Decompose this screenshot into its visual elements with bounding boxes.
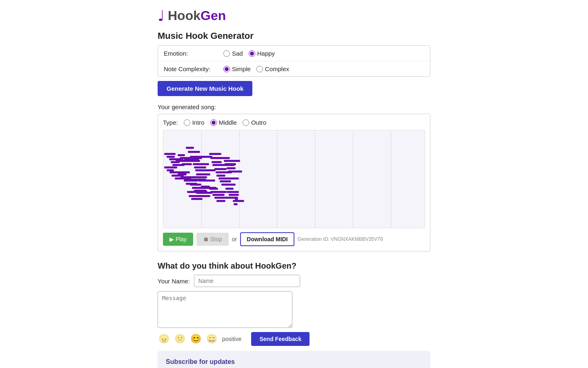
controls-row: ▶ Play ⏹ Stop or Download MIDI Generatio… xyxy=(163,232,425,246)
note-bar xyxy=(189,195,203,197)
note-bar xyxy=(229,194,239,196)
note-bar xyxy=(216,175,225,177)
emotion-sad-label: Sad xyxy=(232,50,243,57)
complexity-complex-radio[interactable] xyxy=(256,66,263,72)
note-bar xyxy=(212,161,222,163)
grid-line-6 xyxy=(391,130,391,228)
note-bar xyxy=(182,163,192,165)
note-bar xyxy=(209,153,221,155)
note-bar xyxy=(164,153,176,155)
grid-line-2 xyxy=(239,130,240,228)
note-bar xyxy=(190,156,212,158)
note-bar xyxy=(191,198,203,200)
note-bar xyxy=(225,188,234,190)
note-bar xyxy=(221,184,236,186)
sentiment-label: positive xyxy=(222,336,241,342)
note-bar xyxy=(225,163,236,165)
music-note-icon: ♩ xyxy=(158,9,165,23)
complexity-simple-label: Simple xyxy=(232,65,251,72)
type-outro-option[interactable]: Outro xyxy=(243,119,267,126)
page-title: Music Hook Generator xyxy=(158,31,430,41)
note-bar xyxy=(218,177,239,180)
note-bar xyxy=(186,147,194,149)
piano-roll xyxy=(163,130,425,228)
note-bar xyxy=(195,169,216,171)
note-bar xyxy=(193,163,209,165)
type-middle-radio[interactable] xyxy=(210,119,217,126)
logo-text: HookGen xyxy=(168,8,226,23)
type-intro-radio[interactable] xyxy=(184,119,190,126)
note-bar xyxy=(235,198,238,200)
emotion-happy-option[interactable]: Happy xyxy=(249,50,275,57)
type-middle-option[interactable]: Middle xyxy=(210,119,237,126)
grid-line-5 xyxy=(353,130,353,228)
emotion-label: Emotion: xyxy=(164,50,217,57)
message-textarea[interactable] xyxy=(158,291,292,328)
note-bar xyxy=(190,184,201,186)
complexity-simple-radio[interactable] xyxy=(223,66,230,72)
emotion-sad-radio[interactable] xyxy=(223,50,230,57)
note-bar xyxy=(216,200,225,202)
sentiment-row: 😠 😕 😊 😄 positive Send Feedback xyxy=(158,332,430,346)
feedback-title: What do you think about HookGen? xyxy=(158,261,430,271)
name-row: Your Name: xyxy=(158,275,430,287)
complexity-complex-option[interactable]: Complex xyxy=(256,65,289,72)
download-midi-button[interactable]: Download MIDI xyxy=(240,232,294,246)
note-bar xyxy=(198,180,215,182)
note-bar xyxy=(191,160,200,162)
note-bar xyxy=(234,203,238,205)
note-bar xyxy=(178,154,185,156)
negative-emoji-button[interactable]: 😕 xyxy=(174,333,186,345)
note-bar xyxy=(233,200,244,202)
or-text: or xyxy=(232,236,237,242)
note-bar xyxy=(227,191,239,193)
emotion-happy-radio[interactable] xyxy=(249,50,255,57)
logo: ♩ HookGen xyxy=(158,8,430,23)
emotion-happy-label: Happy xyxy=(257,50,275,57)
type-intro-label: Intro xyxy=(192,119,205,126)
note-bar xyxy=(220,180,231,182)
subscribe-title: Subscribe for updates xyxy=(166,358,422,366)
type-middle-label: Middle xyxy=(219,119,237,126)
note-bar xyxy=(212,194,225,196)
name-input[interactable] xyxy=(194,275,300,287)
play-button[interactable]: ▶ Play xyxy=(163,233,193,246)
emotion-row: Emotion: Sad Happy xyxy=(158,46,430,61)
type-intro-option[interactable]: Intro xyxy=(184,119,205,126)
very-positive-emoji-button[interactable]: 😄 xyxy=(205,333,218,345)
generation-id: Generation ID: VNGNXAKMBBV35VT6 xyxy=(298,236,383,242)
type-outro-label: Outro xyxy=(251,119,267,126)
song-box: Type: Intro Middle Outro xyxy=(158,114,430,251)
note-bar xyxy=(223,157,230,159)
type-label: Type: xyxy=(163,119,178,126)
note-bar xyxy=(194,166,206,168)
note-bar xyxy=(210,191,227,193)
note-bar xyxy=(188,151,200,153)
generate-button[interactable]: Generate New Music Hook xyxy=(158,81,252,96)
type-outro-radio[interactable] xyxy=(243,119,249,126)
note-bar xyxy=(167,156,175,158)
complexity-simple-option[interactable]: Simple xyxy=(223,65,251,72)
generated-label: Your generated song: xyxy=(158,103,430,110)
emotion-radio-group: Sad Happy xyxy=(223,50,275,57)
note-bar xyxy=(227,167,236,169)
positive-emoji-button[interactable]: 😊 xyxy=(189,333,202,345)
note-bar xyxy=(178,173,187,175)
emotion-sad-option[interactable]: Sad xyxy=(223,50,243,57)
very-negative-emoji-button[interactable]: 😠 xyxy=(158,333,170,345)
complexity-radio-group: Simple Complex xyxy=(223,65,289,72)
note-bar xyxy=(187,191,207,193)
note-bar xyxy=(201,186,210,188)
complexity-row: Note Complexity: Simple Complex xyxy=(158,61,430,76)
note-bar xyxy=(214,168,227,170)
note-bar xyxy=(228,171,242,173)
subscribe-box: Subscribe for updates xyxy=(158,351,430,368)
note-bar xyxy=(164,166,177,168)
stop-button[interactable]: ⏹ Stop xyxy=(196,233,229,246)
options-box: Emotion: Sad Happy Note Complexity: Simp… xyxy=(158,45,430,77)
note-bar xyxy=(197,176,207,178)
grid-line-4 xyxy=(315,130,315,228)
complexity-label: Note Complexity: xyxy=(164,65,217,72)
type-row: Type: Intro Middle Outro xyxy=(163,119,425,126)
send-feedback-button[interactable]: Send Feedback xyxy=(251,332,310,346)
